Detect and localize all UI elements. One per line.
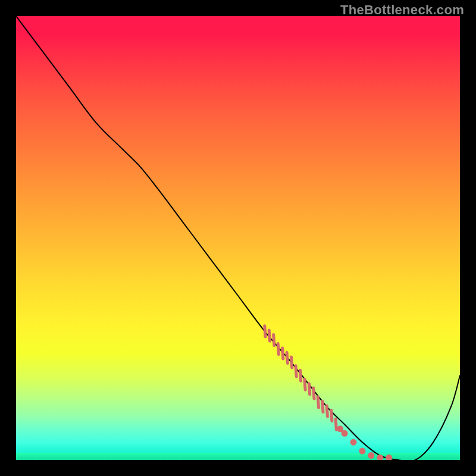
marker-tick — [309, 384, 309, 394]
marker-tick — [318, 397, 318, 408]
marker-dot — [342, 430, 348, 437]
marker-tick — [269, 330, 270, 341]
marker-tick — [265, 326, 265, 337]
watermark-label: TheBottleneck.com — [340, 2, 464, 18]
marker-dot — [350, 439, 356, 446]
marker-tick — [336, 419, 336, 430]
marker-tick — [274, 335, 274, 346]
marker-tick — [327, 406, 327, 416]
marker-dot — [377, 455, 383, 460]
marker-tick — [278, 344, 278, 355]
marker-tick — [292, 357, 292, 368]
marker-dot — [359, 448, 365, 455]
marker-tick — [305, 379, 305, 390]
marker-dot — [386, 455, 392, 460]
marker-tick — [300, 370, 300, 381]
marker-layer — [16, 16, 460, 460]
marker-tick — [314, 388, 314, 399]
marker-tick — [331, 410, 332, 421]
marker-tick — [287, 352, 287, 363]
chart-frame: TheBottleneck.com — [0, 0, 476, 476]
highlight-cluster — [265, 326, 392, 460]
marker-tick — [283, 348, 283, 359]
marker-dot — [368, 452, 374, 459]
marker-tick — [322, 401, 323, 412]
marker-tick — [296, 366, 296, 377]
